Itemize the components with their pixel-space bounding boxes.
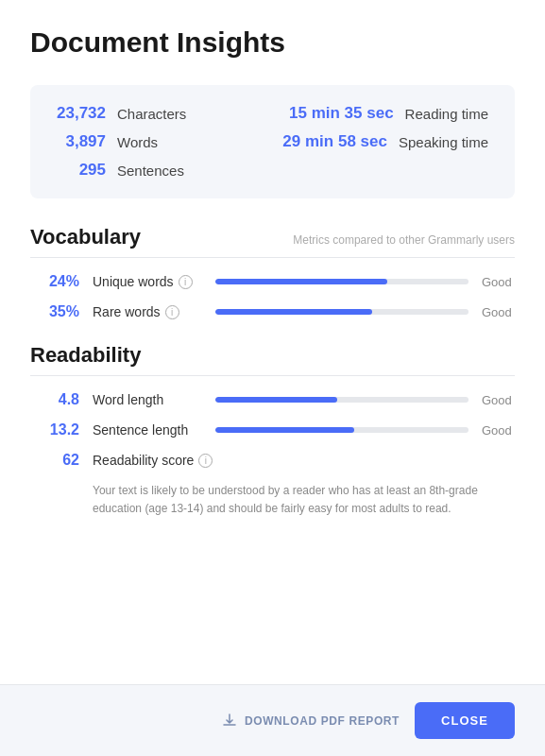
stat-value-words: 3,897 xyxy=(57,132,106,151)
stat-label-speaking-time: Speaking time xyxy=(399,134,488,150)
readability-title: Readability xyxy=(30,343,141,368)
stat-row-words: 3,897 Words xyxy=(57,132,273,151)
stats-section: 23,732 Characters 3,897 Words 295 Senten… xyxy=(30,85,515,198)
word-length-value: 4.8 xyxy=(30,391,79,408)
unique-words-row: 24% Unique words i Good xyxy=(30,273,515,290)
stat-label-characters: Characters xyxy=(117,106,186,122)
sentence-length-row: 13.2 Sentence length Good xyxy=(30,421,515,438)
sentence-length-value: 13.2 xyxy=(30,421,79,438)
sentence-length-label: Sentence length xyxy=(93,422,215,438)
stat-label-words: Words xyxy=(117,134,158,150)
vocabulary-section: Vocabulary Metrics compared to other Gra… xyxy=(30,225,515,320)
readability-score-row: 62 Readability score i xyxy=(30,452,515,469)
rare-words-row: 35% Rare words i Good xyxy=(30,303,515,320)
rare-words-rating: Good xyxy=(482,305,515,319)
rare-words-progress-fill xyxy=(215,309,372,315)
sentence-length-rating: Good xyxy=(482,423,515,438)
unique-words-progress-fill xyxy=(215,279,387,284)
stat-row-reading-time: 15 min 35 sec Reading time xyxy=(273,104,489,123)
stat-label-sentences: Sentences xyxy=(117,163,184,179)
stat-row-characters: 23,732 Characters xyxy=(57,104,273,123)
readability-divider xyxy=(30,375,515,376)
stat-value-reading-time: 15 min 35 sec xyxy=(289,104,394,123)
rare-words-info-icon[interactable]: i xyxy=(165,305,179,319)
main-content: Document Insights 23,732 Characters 3,89… xyxy=(0,0,545,684)
download-pdf-label: DOWNLOAD PDF REPORT xyxy=(245,714,400,728)
download-icon xyxy=(222,713,237,729)
readability-description: Your text is likely to be understood by … xyxy=(93,482,515,518)
unique-words-info-icon[interactable]: i xyxy=(179,275,193,289)
word-length-progress-fill xyxy=(215,397,337,403)
stat-row-sentences: 295 Sentences xyxy=(57,161,273,180)
word-length-label: Word length xyxy=(93,392,215,407)
word-length-rating: Good xyxy=(482,393,515,407)
sentence-length-progress-fill xyxy=(215,427,354,433)
vocabulary-subtitle: Metrics compared to other Grammarly user… xyxy=(293,233,515,247)
readability-score-label: Readability score i xyxy=(93,453,215,468)
stat-label-reading-time: Reading time xyxy=(405,106,488,122)
stats-right: 15 min 35 sec Reading time 29 min 58 sec… xyxy=(273,104,489,180)
close-button[interactable]: CLOSE xyxy=(415,702,515,739)
unique-words-progress-bar xyxy=(215,279,468,284)
stats-left: 23,732 Characters 3,897 Words 295 Senten… xyxy=(57,104,273,180)
unique-words-value: 24% xyxy=(30,273,79,290)
rare-words-progress-bar xyxy=(215,309,468,315)
unique-words-rating: Good xyxy=(482,275,515,289)
page-title: Document Insights xyxy=(30,26,515,59)
download-pdf-button[interactable]: DOWNLOAD PDF REPORT xyxy=(222,713,400,729)
readability-score-info-icon[interactable]: i xyxy=(198,454,213,468)
word-length-row: 4.8 Word length Good xyxy=(30,391,515,408)
readability-header: Readability xyxy=(30,343,515,368)
stat-value-sentences: 295 xyxy=(57,161,106,180)
vocabulary-divider xyxy=(30,257,515,258)
sentence-length-progress-bar xyxy=(215,427,468,433)
stat-value-speaking-time: 29 min 58 sec xyxy=(282,132,387,151)
word-length-progress-bar xyxy=(215,397,468,403)
stat-row-speaking-time: 29 min 58 sec Speaking time xyxy=(273,132,489,151)
rare-words-value: 35% xyxy=(30,303,79,320)
rare-words-label: Rare words i xyxy=(93,304,215,319)
stat-value-characters: 23,732 xyxy=(57,104,106,123)
vocabulary-header: Vocabulary Metrics compared to other Gra… xyxy=(30,225,515,249)
vocabulary-title: Vocabulary xyxy=(30,225,141,249)
footer: DOWNLOAD PDF REPORT CLOSE xyxy=(0,684,545,756)
unique-words-label: Unique words i xyxy=(93,274,215,289)
readability-section: Readability 4.8 Word length Good 13.2 Se… xyxy=(30,343,515,518)
readability-score-value: 62 xyxy=(30,452,79,469)
